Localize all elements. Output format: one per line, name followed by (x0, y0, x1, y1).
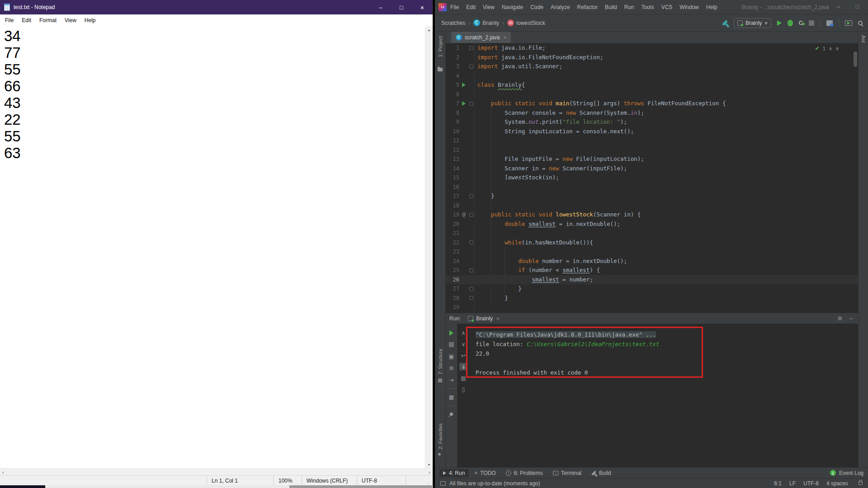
down-icon[interactable]: ∨ (459, 340, 467, 348)
cursor-position[interactable]: 6:1 (774, 480, 782, 487)
profiler-icon[interactable] (826, 20, 833, 26)
maximize-button[interactable]: □ (391, 0, 412, 14)
chevron-down-icon[interactable]: ∨ (835, 46, 839, 52)
run-tab-brainly[interactable]: Brainly × (464, 313, 503, 324)
code-line[interactable]: 20 double smallest = in.nextDouble(); (446, 220, 858, 229)
code-line[interactable]: 1import java.io.File; (446, 43, 858, 53)
hide-panel-icon[interactable]: – (849, 315, 853, 322)
notepad-titlebar[interactable]: test.txt - Notepad – □ × (0, 0, 433, 14)
menu-help[interactable]: Help (703, 4, 721, 10)
menu-vcs[interactable]: VCS (658, 4, 676, 10)
scroll-to-end-icon[interactable]: ⇓ (459, 363, 467, 371)
fold-open-icon[interactable] (469, 240, 473, 244)
print-icon[interactable]: ▤ (459, 374, 467, 382)
code-line[interactable]: 18 (446, 201, 858, 211)
menu-file[interactable]: File (447, 4, 462, 10)
background-tasks-icon[interactable] (440, 481, 446, 486)
fold-marker[interactable] (468, 62, 475, 71)
code-line[interactable]: 13 File inputFile = new File(inputLocati… (446, 155, 858, 164)
close-icon[interactable]: × (503, 35, 506, 40)
menu-edit[interactable]: Edit (18, 17, 35, 23)
notepad-text-area[interactable]: 3477556643225563 (0, 26, 425, 468)
search-everywhere-icon[interactable] (858, 21, 863, 25)
inspections-widget[interactable]: ✔ 1 ∧ ∨ (815, 45, 839, 52)
camera-icon[interactable]: ▣ (448, 352, 456, 360)
toolwindow-button-structure[interactable]: 7: Structure (438, 349, 443, 375)
code-line[interactable]: 23 (446, 247, 858, 257)
menu-help[interactable]: Help (80, 17, 100, 23)
menu-analyze[interactable]: Analyze (547, 4, 574, 10)
code-editor[interactable]: 1import java.io.File;2import java.io.Fil… (446, 43, 858, 313)
toolwindow-tab-terminal[interactable]: ›Terminal (549, 469, 585, 477)
encoding[interactable]: UTF-8 (803, 480, 819, 487)
notepad-horizontal-scrollbar[interactable]: ‹ › (0, 468, 433, 475)
scroll-up-icon[interactable]: ▲ (428, 26, 431, 33)
fold-marker[interactable] (468, 210, 475, 220)
run-line-icon[interactable] (462, 83, 466, 87)
code-line[interactable]: 2import java.io.FileNotFoundException; (446, 53, 858, 62)
settings-icon[interactable]: ⚙ (448, 364, 456, 372)
code-line[interactable]: 27 } (446, 284, 858, 294)
console-output[interactable]: "C:\Program Files\Java\jdk1.8.0_111\bin\… (469, 324, 858, 467)
editor-scrollbar-thumb[interactable] (854, 52, 857, 67)
code-line[interactable]: 16 (446, 183, 858, 192)
gear-icon[interactable]: ⚙ (838, 315, 843, 322)
code-line[interactable]: 14 Scanner in = new Scanner(inputFile); (446, 164, 858, 174)
soft-wrap-icon[interactable]: ↩ (459, 352, 467, 359)
code-line[interactable]: 26 smallest = number; (446, 275, 858, 285)
menu-view[interactable]: View (479, 4, 498, 10)
menu-window[interactable]: Window (676, 4, 703, 10)
pin-icon[interactable] (448, 410, 456, 418)
breadcrumb-scratches[interactable]: Scratches (440, 20, 466, 26)
breadcrumb-loweststock[interactable]: mlowestStock (506, 19, 546, 26)
lock-icon[interactable] (859, 482, 863, 485)
code-line[interactable]: 29 (446, 303, 858, 312)
code-line[interactable]: 11 (446, 136, 858, 145)
line-separator[interactable]: LF (789, 480, 796, 487)
code-line[interactable]: 3import java.util.Scanner; (446, 62, 858, 71)
stop-icon[interactable] (448, 341, 456, 348)
fold-close-icon[interactable] (469, 287, 473, 291)
debug-button[interactable] (788, 20, 793, 26)
code-line[interactable]: 8 Scanner console = new Scanner(System.i… (446, 108, 858, 118)
layout-icon[interactable]: ▦ (448, 393, 456, 401)
code-line[interactable]: 24 double number = in.nextDouble(); (446, 257, 858, 266)
menu-code[interactable]: Code (527, 4, 547, 10)
indent-setting[interactable]: 4 spaces (826, 480, 848, 487)
code-line[interactable]: 7 public static void main(String[] args)… (446, 99, 858, 108)
toolwindow-tab-todo[interactable]: ≡TODO (471, 469, 499, 477)
close-button[interactable]: × (412, 0, 433, 14)
minimize-button[interactable]: – (829, 3, 848, 11)
code-line[interactable]: 28 } (446, 294, 858, 303)
menu-build[interactable]: Build (601, 4, 621, 10)
breadcrumb-brainly[interactable]: CBrainly (472, 19, 500, 26)
tab-scratch-2-java[interactable]: C scratch_2.java × (451, 32, 511, 43)
fold-marker[interactable] (468, 284, 475, 294)
code-line[interactable]: 12 (446, 145, 858, 155)
clear-all-icon[interactable]: ▯ (459, 385, 467, 393)
fold-open-icon[interactable] (469, 102, 473, 106)
fold-close-icon[interactable] (469, 194, 473, 198)
menu-file[interactable]: File (1, 17, 18, 23)
code-line[interactable]: 4 (446, 71, 858, 81)
run-line-icon[interactable] (462, 101, 466, 106)
fold-marker[interactable] (468, 266, 475, 275)
code-line[interactable]: 25 if (number < smallest) { (446, 266, 858, 275)
fold-marker[interactable] (468, 99, 475, 108)
run-configuration-select[interactable]: Brainly ▾ (734, 18, 771, 28)
toolwindow-tab-build[interactable]: Build (588, 469, 615, 477)
toolwindow-tab-6-problems[interactable]: !6: Problems (502, 469, 547, 477)
code-line[interactable]: 5class Brainly{ (446, 80, 858, 90)
resize-grip[interactable]: ⋰ (406, 476, 433, 485)
menu-navigate[interactable]: Navigate (498, 4, 527, 10)
code-line[interactable]: 22 while(in.hasNextDouble()){ (446, 238, 858, 248)
fold-marker[interactable] (468, 294, 475, 303)
code-line[interactable]: 9 System.out.print("file location: "); (446, 117, 858, 127)
menu-run[interactable]: Run (621, 4, 638, 10)
fold-open-icon[interactable] (469, 65, 473, 69)
fold-open-icon[interactable] (469, 213, 473, 217)
restore-icon[interactable]: ⇥ (448, 376, 456, 384)
toolwindow-button-project[interactable]: 1: Project (438, 36, 443, 57)
code-line[interactable]: 6 (446, 90, 858, 99)
toolwindow-button-ant[interactable]: Ant (861, 35, 866, 43)
